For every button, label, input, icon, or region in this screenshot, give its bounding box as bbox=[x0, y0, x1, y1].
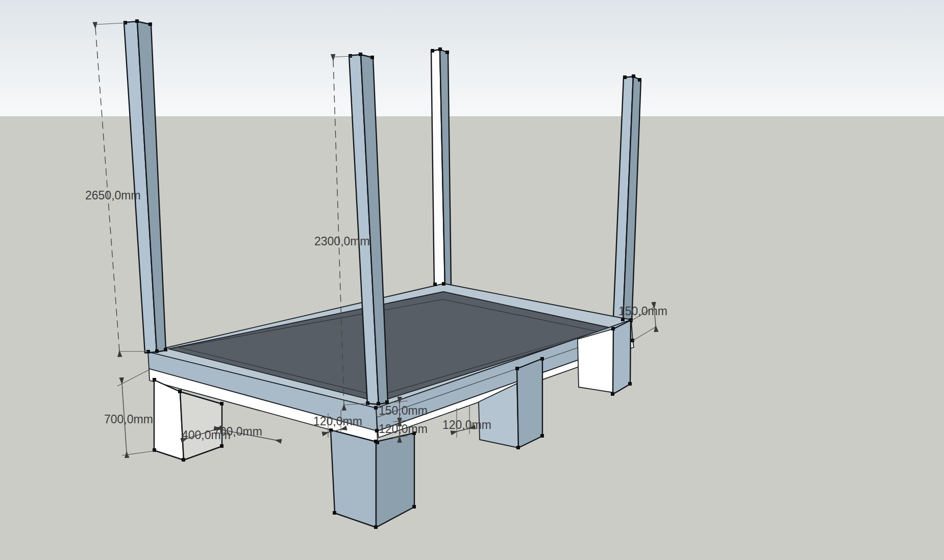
dim-label-leg-height[interactable]: 700,0mm bbox=[104, 413, 153, 426]
dim-label-leg-spacing[interactable]: 700,0mm bbox=[213, 425, 262, 438]
dim-label-right-rail-thickness[interactable]: 120,0mm bbox=[442, 418, 491, 431]
dim-label-front-rail-thickness[interactable]: 120,0mm bbox=[379, 422, 428, 436]
dim-label-front-frame-height[interactable]: 150,0mm bbox=[379, 404, 428, 417]
cad-viewport[interactable]: 2650,0mm 2300,0mm 700,0mm 400,0mm 700,0m… bbox=[0, 0, 944, 560]
model-canvas[interactable]: 2650,0mm 2300,0mm 700,0mm 400,0mm 700,0m… bbox=[0, 0, 944, 560]
right-rail-inner-white-patch[interactable] bbox=[578, 329, 614, 393]
corner-post-back[interactable] bbox=[431, 49, 451, 287]
dim-label-left-post-height[interactable]: 2650,0mm bbox=[85, 189, 141, 202]
dim-label-left-rail-thickness[interactable]: 120,0mm bbox=[313, 415, 362, 428]
dim-label-right-frame-height[interactable]: 150,0mm bbox=[618, 304, 667, 318]
leg-right-corner[interactable] bbox=[613, 320, 631, 394]
leg-mid-right[interactable] bbox=[517, 359, 542, 448]
dim-label-front-post-height[interactable]: 2300,0mm bbox=[314, 235, 370, 248]
leg-front-center[interactable] bbox=[331, 430, 414, 527]
